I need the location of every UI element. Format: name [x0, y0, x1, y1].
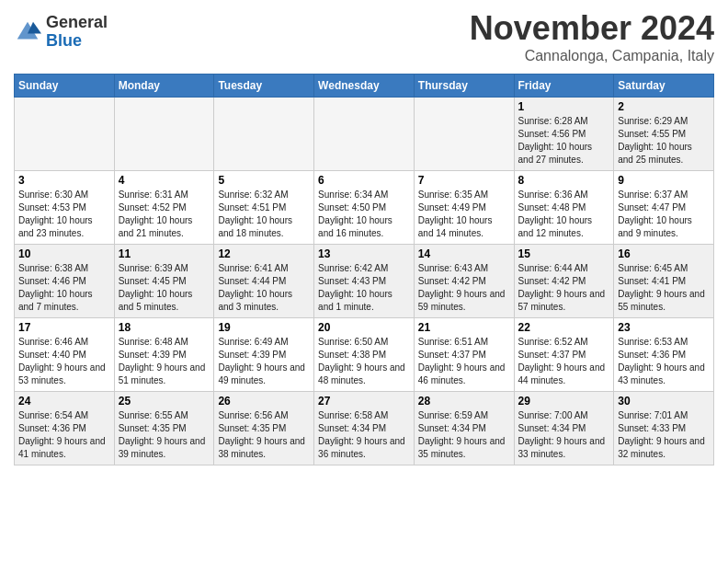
- day-number: 16: [618, 247, 710, 260]
- calendar-cell: 24Sunrise: 6:54 AMSunset: 4:36 PMDayligh…: [15, 392, 115, 465]
- calendar-cell: [314, 98, 415, 171]
- day-info: Sunrise: 6:34 AMSunset: 4:50 PMDaylight:…: [318, 189, 410, 240]
- day-number: 19: [218, 321, 310, 334]
- calendar-cell: 11Sunrise: 6:39 AMSunset: 4:45 PMDayligh…: [114, 245, 214, 318]
- calendar-cell: 25Sunrise: 6:55 AMSunset: 4:35 PMDayligh…: [114, 392, 214, 465]
- calendar-week-row: 10Sunrise: 6:38 AMSunset: 4:46 PMDayligh…: [15, 245, 714, 318]
- calendar-week-row: 17Sunrise: 6:46 AMSunset: 4:40 PMDayligh…: [15, 318, 714, 392]
- month-title: November 2024: [470, 9, 714, 48]
- calendar-cell: 4Sunrise: 6:31 AMSunset: 4:52 PMDaylight…: [114, 171, 214, 245]
- day-info: Sunrise: 6:43 AMSunset: 4:42 PMDaylight:…: [418, 262, 510, 314]
- day-number: 26: [218, 395, 310, 408]
- calendar-cell: 8Sunrise: 6:36 AMSunset: 4:48 PMDaylight…: [514, 171, 614, 245]
- day-number: 5: [218, 174, 310, 187]
- day-info: Sunrise: 6:58 AMSunset: 4:34 PMDaylight:…: [318, 409, 410, 461]
- calendar-cell: 3Sunrise: 6:30 AMSunset: 4:53 PMDaylight…: [15, 171, 115, 245]
- day-info: Sunrise: 6:48 AMSunset: 4:39 PMDaylight:…: [119, 336, 210, 387]
- calendar-cell: [114, 98, 214, 171]
- day-number: 2: [618, 100, 710, 113]
- weekday-header: Monday: [114, 75, 214, 98]
- day-number: 24: [18, 395, 110, 408]
- day-number: 22: [518, 321, 610, 334]
- calendar-header: SundayMondayTuesdayWednesdayThursdayFrid…: [15, 75, 714, 98]
- calendar-cell: 20Sunrise: 6:50 AMSunset: 4:38 PMDayligh…: [314, 318, 415, 392]
- day-number: 13: [318, 247, 410, 260]
- calendar-cell: 7Sunrise: 6:35 AMSunset: 4:49 PMDaylight…: [414, 171, 514, 245]
- day-number: 9: [618, 174, 710, 187]
- page-header: General Blue November 2024 Cannalonga, C…: [14, 9, 714, 64]
- logo-blue: Blue: [46, 32, 108, 51]
- calendar-week-row: 3Sunrise: 6:30 AMSunset: 4:53 PMDaylight…: [15, 171, 714, 245]
- weekday-header: Saturday: [614, 75, 714, 98]
- day-info: Sunrise: 6:41 AMSunset: 4:44 PMDaylight:…: [218, 262, 310, 314]
- calendar-cell: 15Sunrise: 6:44 AMSunset: 4:42 PMDayligh…: [514, 245, 614, 318]
- day-info: Sunrise: 6:29 AMSunset: 4:55 PMDaylight:…: [618, 115, 710, 167]
- day-info: Sunrise: 6:45 AMSunset: 4:41 PMDaylight:…: [618, 262, 710, 314]
- day-number: 20: [318, 321, 410, 334]
- weekday-header: Thursday: [414, 75, 514, 98]
- logo: General Blue: [14, 14, 108, 51]
- calendar-cell: 10Sunrise: 6:38 AMSunset: 4:46 PMDayligh…: [15, 245, 115, 318]
- calendar-cell: 16Sunrise: 6:45 AMSunset: 4:41 PMDayligh…: [614, 245, 714, 318]
- day-number: 21: [418, 321, 510, 334]
- calendar-cell: 17Sunrise: 6:46 AMSunset: 4:40 PMDayligh…: [15, 318, 115, 392]
- day-number: 30: [618, 395, 710, 408]
- day-number: 10: [18, 247, 110, 260]
- weekday-row: SundayMondayTuesdayWednesdayThursdayFrid…: [15, 75, 714, 98]
- calendar-cell: 12Sunrise: 6:41 AMSunset: 4:44 PMDayligh…: [214, 245, 314, 318]
- weekday-header: Wednesday: [314, 75, 415, 98]
- day-info: Sunrise: 6:31 AMSunset: 4:52 PMDaylight:…: [119, 189, 210, 240]
- calendar-cell: 1Sunrise: 6:28 AMSunset: 4:56 PMDaylight…: [514, 98, 614, 171]
- day-number: 17: [18, 321, 110, 334]
- day-info: Sunrise: 6:38 AMSunset: 4:46 PMDaylight:…: [18, 262, 110, 314]
- weekday-header: Friday: [514, 75, 614, 98]
- calendar-cell: 21Sunrise: 6:51 AMSunset: 4:37 PMDayligh…: [414, 318, 514, 392]
- title-block: November 2024 Cannalonga, Campania, Ital…: [470, 9, 714, 64]
- calendar-cell: [214, 98, 314, 171]
- day-number: 27: [318, 395, 410, 408]
- calendar-week-row: 24Sunrise: 6:54 AMSunset: 4:36 PMDayligh…: [15, 392, 714, 465]
- day-info: Sunrise: 6:55 AMSunset: 4:35 PMDaylight:…: [119, 409, 210, 461]
- day-info: Sunrise: 6:52 AMSunset: 4:37 PMDaylight:…: [518, 336, 610, 387]
- calendar-cell: 2Sunrise: 6:29 AMSunset: 4:55 PMDaylight…: [614, 98, 714, 171]
- day-info: Sunrise: 6:49 AMSunset: 4:39 PMDaylight:…: [218, 336, 310, 387]
- day-number: 14: [418, 247, 510, 260]
- day-info: Sunrise: 6:54 AMSunset: 4:36 PMDaylight:…: [18, 409, 110, 461]
- calendar-cell: 30Sunrise: 7:01 AMSunset: 4:33 PMDayligh…: [614, 392, 714, 465]
- calendar-cell: [414, 98, 514, 171]
- calendar-cell: 6Sunrise: 6:34 AMSunset: 4:50 PMDaylight…: [314, 171, 415, 245]
- day-info: Sunrise: 7:01 AMSunset: 4:33 PMDaylight:…: [618, 409, 710, 461]
- calendar-body: 1Sunrise: 6:28 AMSunset: 4:56 PMDaylight…: [15, 98, 714, 465]
- day-info: Sunrise: 6:53 AMSunset: 4:36 PMDaylight:…: [618, 336, 710, 387]
- calendar-cell: 9Sunrise: 6:37 AMSunset: 4:47 PMDaylight…: [614, 171, 714, 245]
- day-info: Sunrise: 6:46 AMSunset: 4:40 PMDaylight:…: [18, 336, 110, 387]
- logo-text: General Blue: [46, 14, 108, 51]
- day-info: Sunrise: 6:30 AMSunset: 4:53 PMDaylight:…: [18, 189, 110, 240]
- calendar-cell: 28Sunrise: 6:59 AMSunset: 4:34 PMDayligh…: [414, 392, 514, 465]
- day-number: 28: [418, 395, 510, 408]
- calendar-cell: [15, 98, 115, 171]
- day-number: 3: [18, 174, 110, 187]
- calendar-cell: 22Sunrise: 6:52 AMSunset: 4:37 PMDayligh…: [514, 318, 614, 392]
- logo-general: General: [46, 14, 108, 32]
- day-info: Sunrise: 7:00 AMSunset: 4:34 PMDaylight:…: [518, 409, 610, 461]
- day-info: Sunrise: 6:37 AMSunset: 4:47 PMDaylight:…: [618, 189, 710, 240]
- day-number: 7: [418, 174, 510, 187]
- weekday-header: Sunday: [15, 75, 115, 98]
- calendar-cell: 14Sunrise: 6:43 AMSunset: 4:42 PMDayligh…: [414, 245, 514, 318]
- day-info: Sunrise: 6:28 AMSunset: 4:56 PMDaylight:…: [518, 115, 610, 167]
- day-number: 23: [618, 321, 710, 334]
- day-number: 25: [119, 395, 210, 408]
- calendar-table: SundayMondayTuesdayWednesdayThursdayFrid…: [14, 74, 714, 465]
- day-number: 6: [318, 174, 410, 187]
- day-info: Sunrise: 6:50 AMSunset: 4:38 PMDaylight:…: [318, 336, 410, 387]
- day-info: Sunrise: 6:59 AMSunset: 4:34 PMDaylight:…: [418, 409, 510, 461]
- day-info: Sunrise: 6:56 AMSunset: 4:35 PMDaylight:…: [218, 409, 310, 461]
- calendar-week-row: 1Sunrise: 6:28 AMSunset: 4:56 PMDaylight…: [15, 98, 714, 171]
- calendar-cell: 26Sunrise: 6:56 AMSunset: 4:35 PMDayligh…: [214, 392, 314, 465]
- day-number: 12: [218, 247, 310, 260]
- day-info: Sunrise: 6:35 AMSunset: 4:49 PMDaylight:…: [418, 189, 510, 240]
- calendar-cell: 29Sunrise: 7:00 AMSunset: 4:34 PMDayligh…: [514, 392, 614, 465]
- day-number: 15: [518, 247, 610, 260]
- day-info: Sunrise: 6:36 AMSunset: 4:48 PMDaylight:…: [518, 189, 610, 240]
